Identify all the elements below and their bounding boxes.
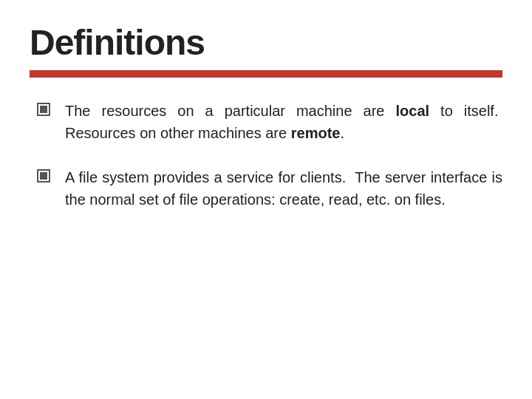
bullet-checkbox-1: [37, 103, 50, 116]
bullet-text-2: A file system provides a service for cli…: [65, 166, 502, 211]
keyword-local: local: [395, 103, 429, 119]
bullet-text-1: The resources on a particular machine ar…: [65, 100, 502, 144]
accent-bar: [30, 70, 502, 78]
slide: Definitions The resources on a particula…: [0, 0, 532, 399]
bullet-list: The resources on a particular machine ar…: [30, 100, 502, 211]
bullet-item-1: The resources on a particular machine ar…: [37, 100, 502, 144]
slide-title: Definitions: [30, 22, 502, 63]
bullet-item-2: A file system provides a service for cli…: [37, 166, 502, 211]
keyword-remote: remote: [291, 125, 341, 141]
bullet-checkbox-2: [37, 169, 50, 183]
